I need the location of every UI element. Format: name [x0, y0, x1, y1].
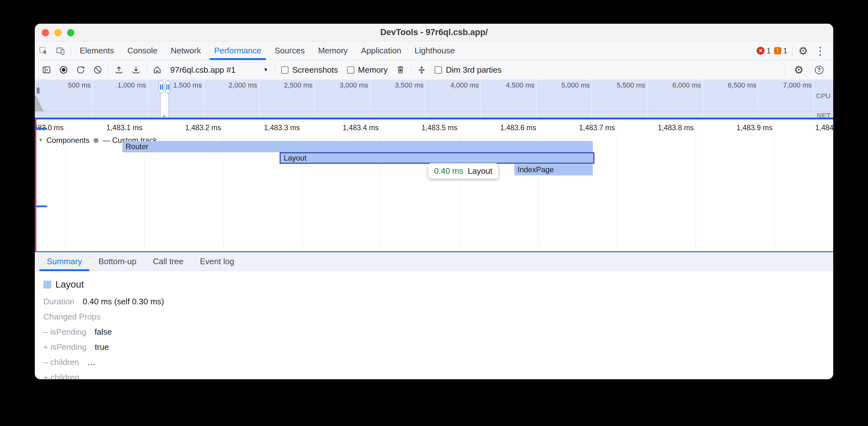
error-counter[interactable]: × 1: [757, 46, 771, 55]
tooltip-event-name: Layout: [468, 166, 493, 176]
overview-tick: 5,000 ms: [544, 81, 590, 90]
scroll-marker-bottom: [36, 205, 47, 207]
summary-row-children-old: – children …: [43, 357, 833, 367]
track-title: Components: [46, 136, 90, 145]
expander-triangle-icon[interactable]: ▼: [38, 137, 43, 143]
collapse-flame-button[interactable]: [413, 62, 430, 77]
devtools-tab-bar: Elements Console Network Performance Sou…: [35, 42, 833, 60]
divider: [411, 64, 411, 75]
tab-lighthouse[interactable]: Lighthouse: [408, 42, 462, 60]
flame-event-layout[interactable]: Layout: [280, 152, 594, 164]
screenshots-label: Screenshots: [292, 65, 338, 75]
checkbox-box[interactable]: [281, 66, 288, 74]
divider: [147, 64, 147, 75]
gear-icon: ⚙: [798, 45, 808, 56]
overview-tick: 1,000 ms: [100, 81, 146, 90]
capture-settings-button[interactable]: ⚙: [790, 62, 807, 77]
kebab-menu-icon: ⋮: [815, 45, 826, 56]
ruler-tick: 1,483.4 ms: [328, 124, 379, 132]
dock-panel-icon: [42, 65, 51, 74]
divider: [275, 64, 275, 75]
home-icon: [152, 65, 162, 74]
device-toolbar-button[interactable]: [52, 43, 69, 59]
tab-application[interactable]: Application: [354, 42, 408, 60]
tab-performance[interactable]: Performance: [208, 42, 268, 60]
tab-sources[interactable]: Sources: [268, 42, 311, 60]
summary-title-row: Layout: [43, 279, 833, 290]
tab-summary[interactable]: Summary: [39, 252, 90, 271]
download-icon: [131, 65, 141, 74]
zoom-window-button[interactable]: [67, 29, 74, 36]
ruler-tick: 1,483.9 ms: [722, 124, 772, 132]
selection-right-handle[interactable]: [165, 80, 170, 94]
traffic-lights: [42, 24, 74, 41]
toggle-sidebar-button[interactable]: [38, 62, 55, 77]
save-profile-button[interactable]: [127, 62, 145, 77]
record-and-reload-button[interactable]: [72, 62, 89, 77]
tab-network[interactable]: Network: [164, 42, 208, 60]
minimize-window-button[interactable]: [54, 29, 62, 36]
divider: [793, 45, 793, 56]
overview-tick: 2,500 ms: [267, 81, 313, 90]
tab-bottom-up[interactable]: Bottom-up: [90, 252, 145, 271]
summary-row-duration: Duration 0.40 ms (self 0.30 ms): [43, 297, 833, 306]
summary-event-title: Layout: [55, 279, 84, 290]
trash-icon: [396, 65, 405, 74]
dim-3rd-parties-checkbox[interactable]: Dim 3rd parties: [430, 65, 506, 75]
timeline-overview[interactable]: 500 ms 1,000 ms 1,500 ms 2,000 ms 2,500 …: [35, 80, 833, 120]
issue-count: 1: [783, 46, 787, 55]
overview-tick: 4,000 ms: [433, 81, 479, 90]
reload-icon: [76, 65, 85, 74]
overview-tick: 6,500 ms: [710, 81, 756, 90]
tab-elements[interactable]: Elements: [73, 42, 121, 60]
divider: [108, 64, 108, 75]
close-window-button[interactable]: [42, 29, 49, 36]
event-tooltip: 0.40 ms Layout: [428, 163, 499, 179]
cpu-activity-in-selection: [162, 114, 167, 117]
selection-left-handle[interactable]: [158, 80, 164, 94]
inspect-element-button[interactable]: [35, 43, 52, 59]
help-button[interactable]: ?: [810, 62, 828, 77]
tab-call-tree[interactable]: Call tree: [145, 252, 192, 271]
target-select-value: 97r6ql.csb.app #1: [170, 65, 236, 75]
devtools-window: DevTools - 97r6ql.csb.app/ Elements Cons…: [35, 24, 833, 379]
tab-event-log[interactable]: Event log: [192, 252, 242, 271]
more-options-button[interactable]: ⋮: [812, 43, 829, 59]
dim-3rd-parties-label: Dim 3rd parties: [446, 65, 501, 75]
target-select[interactable]: 97r6ql.csb.app #1 ▼: [167, 65, 271, 75]
settings-button[interactable]: ⚙: [795, 43, 812, 59]
overview-tick: 5,500 ms: [599, 81, 645, 90]
scroll-marker-top: [36, 128, 47, 130]
checkbox-box[interactable]: [435, 66, 442, 74]
window-title: DevTools - 97r6ql.csb.app/: [380, 28, 488, 37]
net-lane-divider: [35, 111, 833, 111]
memory-label: Memory: [358, 65, 388, 75]
summary-row-changed-props: Changed Props: [43, 312, 833, 322]
ruler-tick: 1,483.6 ms: [486, 124, 536, 132]
clear-icon: [93, 65, 102, 74]
cpu-activity-chart: [35, 95, 44, 111]
detail-tab-bar: Summary Bottom-up Call tree Event log: [35, 252, 833, 271]
tooltip-duration: 0.40 ms: [434, 166, 463, 176]
live-metrics-button[interactable]: [149, 62, 166, 77]
summary-pane: Layout Duration 0.40 ms (self 0.30 ms) C…: [35, 271, 833, 379]
clear-recording-button[interactable]: [89, 62, 106, 77]
record-button[interactable]: [55, 62, 72, 77]
checkbox-box[interactable]: [347, 66, 354, 74]
device-toolbar-icon: [56, 46, 65, 56]
help-icon: ?: [815, 66, 824, 74]
tab-memory[interactable]: Memory: [311, 42, 354, 60]
overview-tick: 4,500 ms: [489, 81, 535, 90]
screenshots-checkbox[interactable]: Screenshots: [277, 65, 343, 75]
summary-row-children-new: + children …: [43, 372, 833, 379]
tab-console[interactable]: Console: [121, 42, 164, 60]
issue-counter[interactable]: ! 1: [774, 46, 787, 55]
inspect-cursor-icon: [39, 46, 48, 56]
flame-chart[interactable]: ▼ Components — Custom track Router Layou…: [35, 135, 833, 251]
load-profile-button[interactable]: [111, 62, 127, 77]
collect-garbage-button[interactable]: [392, 62, 409, 77]
flame-event-router[interactable]: Router: [122, 141, 593, 152]
memory-checkbox[interactable]: Memory: [343, 65, 392, 75]
flame-event-indexpage[interactable]: IndexPage: [514, 164, 593, 175]
gear-icon: ⚙: [794, 64, 803, 75]
